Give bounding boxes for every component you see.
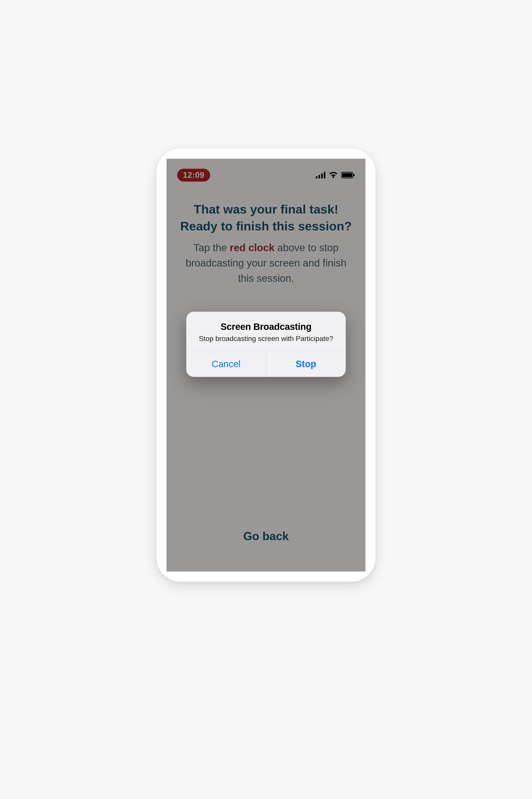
alert-message: Stop broadcasting screen with Participat…	[195, 334, 337, 343]
screen-broadcasting-alert: Screen Broadcasting Stop broadcasting sc…	[186, 312, 346, 377]
phone-screen: 12:09 That was your final task! R	[167, 159, 365, 571]
alert-actions: Cancel Stop	[186, 352, 346, 377]
stop-button[interactable]: Stop	[266, 352, 346, 377]
phone-frame: 12:09 That was your final task! R	[156, 148, 376, 582]
alert-title: Screen Broadcasting	[195, 322, 337, 332]
alert-body: Screen Broadcasting Stop broadcasting sc…	[186, 312, 346, 352]
cancel-button[interactable]: Cancel	[186, 352, 266, 377]
